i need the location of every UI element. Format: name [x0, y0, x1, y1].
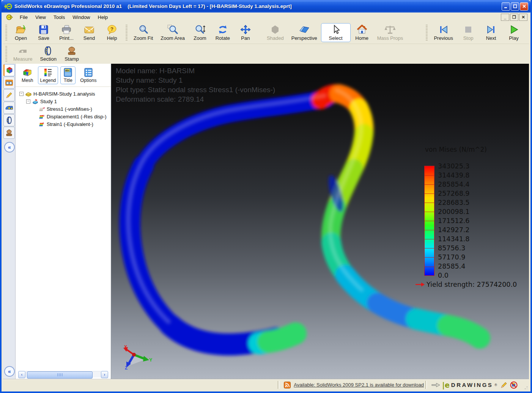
tree-node-displacement[interactable]: u Displacement1 (-Res disp-) — [38, 113, 110, 120]
panel-horizontal-scrollbar[interactable]: ‹ › — [18, 371, 108, 377]
toolbar-grip — [5, 46, 7, 62]
send-button[interactable]: Send — [78, 23, 101, 42]
update-notification[interactable]: Available: SolidWorks 2009 SP2.1 is avai… — [281, 382, 424, 388]
home-button[interactable]: Home — [351, 23, 373, 42]
expander-icon[interactable]: − — [19, 92, 24, 96]
update-link[interactable]: Available: SolidWorks 2009 SP2.1 is avai… — [294, 382, 424, 388]
send-envelope-icon — [83, 24, 95, 35]
play-label: Play — [509, 35, 518, 41]
yield-arrow-icon — [415, 282, 425, 287]
stamp-button[interactable]: Stamp — [60, 45, 83, 63]
zoom-button[interactable]: Zoom — [189, 23, 211, 42]
rotate-label: Rotate — [216, 35, 230, 41]
title-icon: abc — [63, 68, 73, 77]
legend-value: 257268.9 — [438, 190, 470, 197]
toolbar-grip — [126, 25, 127, 41]
child-restore-button[interactable]: ❐ — [510, 14, 518, 21]
tree-node-study[interactable]: − Study 1 — [26, 97, 110, 105]
help-icon: ? — [107, 24, 117, 35]
mesh-icon — [22, 68, 33, 77]
menu-window[interactable]: Window — [69, 13, 94, 21]
tree-node-label: Displacement1 (-Res disp-) — [47, 114, 107, 119]
play-button[interactable]: Play — [502, 23, 525, 42]
stamp-tab[interactable] — [3, 127, 15, 139]
scroll-thumb[interactable] — [27, 371, 93, 379]
child-minimize-button[interactable]: _ — [501, 14, 509, 21]
zoom-fit-button[interactable]: Zoom Fit — [130, 23, 157, 42]
legend-value: 85756.3 — [438, 244, 465, 252]
tree-node-stress[interactable]: σ Stress1 (-vonMises-) — [38, 105, 110, 113]
markup-tab[interactable] — [3, 77, 15, 89]
status-separator — [278, 381, 279, 389]
options-toggle[interactable]: Options — [78, 66, 99, 84]
maximize-button[interactable] — [511, 2, 519, 11]
title-toggle[interactable]: abc Title — [60, 66, 76, 84]
next-button[interactable]: Next — [480, 23, 502, 42]
section-tab[interactable] — [3, 114, 15, 126]
expander-icon[interactable]: − — [26, 99, 30, 104]
menu-file[interactable]: File — [16, 13, 31, 21]
displacement-plot-icon: u — [38, 114, 45, 119]
legend-label: Legend — [40, 78, 56, 83]
child-close-button[interactable]: ✕ — [519, 14, 527, 21]
perspective-button[interactable]: Perspective — [288, 23, 321, 42]
previous-button[interactable]: Previous — [430, 23, 457, 42]
markup-pencil-button[interactable] — [500, 381, 508, 389]
shaded-label: Shaded — [267, 35, 284, 41]
pencil-tab[interactable] — [3, 89, 15, 101]
rotate-button[interactable]: Rotate — [211, 23, 234, 42]
previous-label: Previous — [434, 35, 453, 41]
viewer-tab[interactable] — [3, 64, 15, 76]
legend-value: 28585.4 — [438, 263, 465, 270]
scroll-track[interactable] — [25, 371, 101, 377]
shaded-button: Shaded — [263, 23, 288, 42]
select-button[interactable]: Select — [321, 23, 351, 42]
deformation-scale-line: Deformation scale: 2789.14 — [116, 94, 275, 104]
pan-button[interactable]: Pan — [234, 23, 257, 42]
menu-tools[interactable]: Tools — [50, 13, 69, 21]
study-icon — [32, 99, 39, 104]
edrawings-logo: |e DRAWINGS ® — [428, 381, 500, 389]
save-button[interactable]: Save — [32, 23, 55, 42]
menu-bar: File View Tools Window Help _ ❐ ✕ — [3, 13, 529, 22]
toolbar-grip — [5, 25, 7, 41]
tree-node-analysis[interactable]: − H-BARSIM-Study 1.analysis — [19, 90, 110, 97]
print-button[interactable]: Print... — [55, 23, 78, 42]
menu-view[interactable]: View — [31, 13, 50, 21]
logo-registered-mark: ® — [494, 383, 497, 387]
legend-toggle[interactable]: Legend — [38, 66, 58, 84]
pencil-icon — [5, 91, 13, 99]
rss-icon — [284, 382, 291, 388]
scroll-left-arrow[interactable]: ‹ — [18, 371, 25, 378]
resize-grip[interactable] — [523, 385, 528, 390]
graphics-viewport[interactable]: Model name: H-BARSIM Study name: Study 1… — [111, 64, 529, 380]
measure-tab[interactable] — [3, 102, 15, 114]
tree-node-label: Stress1 (-vonMises-) — [47, 106, 92, 112]
collapse-panel-button-bottom[interactable]: « — [4, 366, 15, 377]
minimize-button[interactable] — [502, 2, 510, 11]
measure-label: Measure — [13, 56, 33, 62]
previous-icon — [438, 24, 449, 35]
close-button[interactable] — [520, 2, 528, 11]
editing-disabled-icon — [510, 381, 518, 389]
close-icon — [522, 4, 526, 8]
stamp-label: Stamp — [65, 56, 79, 62]
animation-group: Previous Stop Next Play — [423, 23, 529, 42]
zoom-area-button[interactable]: Zoom Area — [157, 23, 189, 42]
pan-icon — [240, 24, 251, 35]
menu-help[interactable]: Help — [94, 13, 112, 21]
mesh-toggle[interactable]: Mesh — [19, 66, 36, 84]
side-tab-strip: « « — [3, 64, 16, 380]
axis-x-label: X — [124, 345, 127, 350]
stamp-icon — [66, 46, 77, 56]
mass-props-button: Mass Props — [373, 23, 407, 42]
open-button[interactable]: Open — [9, 23, 32, 42]
section-button[interactable]: Section — [36, 45, 60, 63]
tree-node-strain[interactable]: ε Strain1 (-Equivalent-) — [38, 120, 110, 128]
toolbar-grip — [426, 25, 428, 41]
scroll-right-arrow[interactable]: › — [101, 371, 108, 378]
collapse-panel-button[interactable]: « — [4, 142, 15, 152]
zoom-label: Zoom — [194, 35, 206, 41]
markup-glasses-icon — [5, 79, 13, 86]
help-button[interactable]: ? Help — [101, 23, 123, 42]
